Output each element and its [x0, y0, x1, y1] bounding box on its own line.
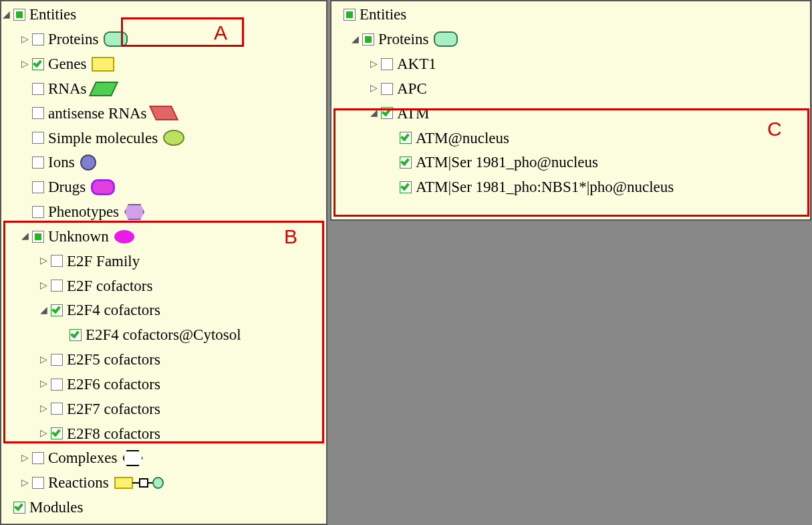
label-rnas: RNAs [48, 78, 87, 100]
expand-icon[interactable]: ▷ [369, 58, 378, 71]
checkbox-empty[interactable] [51, 379, 63, 391]
checkbox-empty[interactable] [381, 83, 393, 95]
collapse-icon[interactable]: ◢ [20, 229, 29, 243]
collapse-icon[interactable]: ◢ [39, 304, 48, 317]
checkbox-empty[interactable] [32, 181, 44, 193]
expand-icon[interactable]: ▷ [20, 476, 29, 490]
label-e2f-family: E2F Family [67, 250, 140, 272]
node-unknown[interactable]: ◢ Unknown [20, 225, 134, 247]
checkbox-checked[interactable] [13, 502, 25, 514]
node-proteins[interactable]: ▷ Proteins [20, 28, 128, 50]
checkbox-empty[interactable] [32, 83, 44, 95]
expand-icon[interactable]: ▷ [20, 33, 29, 46]
rna-shape-icon [88, 82, 118, 96]
checkbox-checked[interactable] [70, 329, 82, 341]
checkbox-checked[interactable] [381, 107, 393, 119]
collapse-icon[interactable]: ◢ [1, 8, 11, 21]
checkbox-checked[interactable] [400, 156, 412, 169]
label-ions: Ions [48, 151, 75, 173]
node-genes[interactable]: ▷ Genes [20, 53, 114, 75]
label-e2f8-cof: E2F8 cofactors [67, 423, 160, 445]
expand-icon[interactable]: ▷ [39, 402, 48, 415]
node-antisense[interactable]: antisense RNAs [20, 102, 175, 124]
node-rnas[interactable]: RNAs [20, 78, 115, 100]
node-e2f8-cof[interactable]: ▷ E2F8 cofactors [39, 423, 160, 445]
node-modules[interactable]: Modules [1, 496, 84, 518]
expand-icon[interactable]: ▷ [20, 451, 29, 465]
label-simplemol: Simple molecules [48, 127, 158, 149]
node-phenotypes[interactable]: Phenotypes [20, 201, 144, 223]
label-e2f6-cof: E2F6 cofactors [67, 373, 160, 395]
node-e2f-cof[interactable]: ▷ E2F cofactors [39, 275, 152, 297]
label-e2f4-cof-cyto: E2F4 cofactors@Cytosol [86, 324, 241, 346]
spacer [20, 131, 29, 144]
label-e2f5-cof: E2F5 cofactors [67, 348, 160, 371]
checkbox-checked[interactable] [400, 132, 412, 144]
node-reactions[interactable]: ▷ Reactions [20, 471, 164, 494]
spacer [57, 328, 67, 342]
node-entities[interactable]: ◢ Entities [1, 3, 76, 25]
node-atm-1[interactable]: ATM@nucleus [388, 127, 509, 149]
node-entities-r[interactable]: Entities [331, 3, 406, 25]
node-e2f7-cof[interactable]: ▷ E2F7 cofactors [39, 398, 160, 420]
svg-rect-4 [153, 478, 163, 488]
checkbox-checked[interactable] [400, 181, 412, 193]
gene-shape-icon [92, 57, 114, 72]
checkbox-empty[interactable] [32, 206, 44, 218]
label-atm: ATM [397, 102, 430, 124]
spacer [20, 82, 29, 95]
spacer [1, 501, 11, 514]
checkbox-checked[interactable] [32, 58, 44, 70]
spacer [20, 156, 29, 169]
label-genes: Genes [48, 53, 86, 75]
expand-icon[interactable]: ▷ [20, 58, 29, 71]
node-akt1[interactable]: ▷ AKT1 [369, 53, 436, 75]
checkbox-empty[interactable] [381, 58, 393, 70]
checkbox-partial[interactable] [362, 33, 374, 45]
node-ions[interactable]: Ions [20, 151, 96, 173]
node-atm-2[interactable]: ATM|Ser 1981_pho@nucleus [388, 151, 598, 173]
checkbox-empty[interactable] [51, 354, 63, 366]
label-entities: Entities [29, 3, 76, 25]
node-simplemol[interactable]: Simple molecules [20, 127, 184, 149]
node-drugs[interactable]: Drugs [20, 176, 115, 198]
checkbox-empty[interactable] [51, 280, 63, 292]
expand-icon[interactable]: ▷ [39, 353, 48, 366]
node-atm[interactable]: ◢ ATM [369, 102, 430, 124]
collapse-icon[interactable]: ◢ [369, 106, 378, 120]
expand-icon[interactable]: ▷ [39, 279, 48, 292]
node-e2f4-cof[interactable]: ◢ E2F4 cofactors [39, 299, 160, 321]
node-atm-3[interactable]: ATM|Ser 1981_pho:NBS1*|pho@nucleus [388, 176, 674, 198]
checkbox-empty[interactable] [32, 477, 44, 489]
node-complexes[interactable]: ▷ Complexes [20, 447, 143, 469]
expand-icon[interactable]: ▷ [39, 377, 48, 391]
node-apc[interactable]: ▷ APC [369, 78, 427, 100]
checkbox-empty[interactable] [32, 33, 44, 45]
label-atm-1: ATM@nucleus [416, 127, 509, 149]
node-e2f4-cof-cyto[interactable]: E2F4 cofactors@Cytosol [57, 324, 241, 346]
checkbox-partial[interactable] [13, 9, 25, 21]
checkbox-checked[interactable] [51, 427, 63, 439]
node-proteins-r[interactable]: ◢ Proteins [350, 28, 458, 50]
collapse-icon[interactable]: ◢ [350, 33, 360, 46]
node-e2f-family[interactable]: ▷ E2F Family [39, 250, 140, 272]
checkbox-empty[interactable] [32, 452, 44, 464]
checkbox-empty[interactable] [32, 132, 44, 144]
checkbox-empty[interactable] [51, 255, 63, 267]
node-e2f5-cof[interactable]: ▷ E2F5 cofactors [39, 348, 160, 371]
expand-icon[interactable]: ▷ [39, 427, 48, 440]
checkbox-partial[interactable] [344, 9, 356, 21]
checkbox-empty[interactable] [32, 107, 44, 119]
checkbox-empty[interactable] [51, 403, 63, 415]
checkbox-partial[interactable] [32, 231, 44, 243]
right-tree[interactable]: Entities ◢ Proteins ▷ [331, 1, 810, 199]
checkbox-empty[interactable] [32, 156, 44, 169]
expand-icon[interactable]: ▷ [369, 82, 378, 95]
spacer [388, 131, 397, 144]
label-e2f4-cof: E2F4 cofactors [67, 299, 160, 321]
node-e2f6-cof[interactable]: ▷ E2F6 cofactors [39, 373, 160, 395]
checkbox-checked[interactable] [51, 304, 63, 316]
left-tree-panel: ◢ Entities ▷ Proteins [0, 0, 327, 525]
expand-icon[interactable]: ▷ [39, 254, 48, 268]
left-tree[interactable]: ◢ Entities ▷ Proteins [1, 1, 326, 518]
